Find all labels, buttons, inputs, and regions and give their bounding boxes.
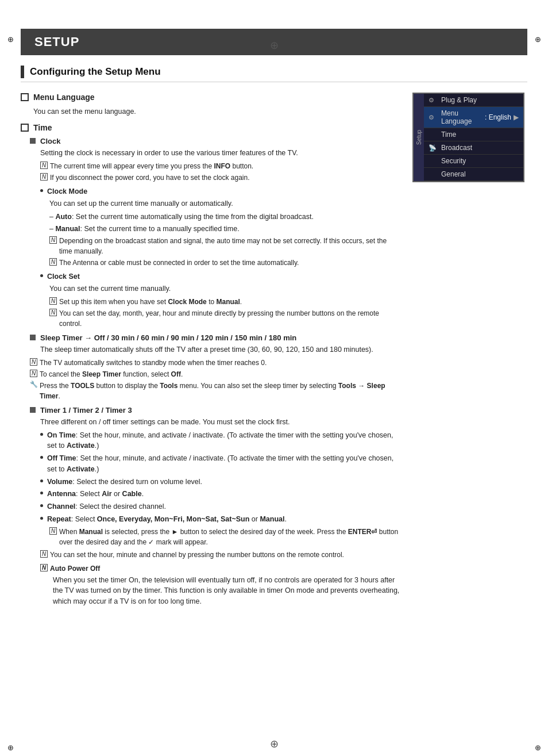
note-icon-7: N (30, 358, 37, 366)
clock-section: Clock (30, 137, 401, 145)
timer-heading: Timer 1 / Timer 2 / Timer 3 (40, 406, 132, 415)
clock-mode-note2-text: The Antenna or cable must be connected i… (59, 258, 299, 268)
auto-power-off-heading-row: N Auto Power Off (40, 563, 401, 574)
clock-set-heading: Clock Set (47, 271, 80, 282)
antenna-dot (40, 492, 43, 494)
clock-auto: Auto: Set the current time automatically… (49, 212, 401, 222)
bottom-crosshair: ⊕ (270, 738, 279, 750)
clock-set-dot (40, 274, 43, 277)
corner-mark-tl: ⊕ (5, 33, 16, 45)
menu-language-label: Menu Language (441, 109, 485, 125)
menu-main: ⚙ Plug & Play ⚙ Menu Language : English … (424, 94, 523, 181)
note-icon-5: N (49, 297, 57, 305)
clock-desc: Setting the clock is necessary in order … (40, 148, 401, 159)
corner-mark-bl: ⊕ (5, 742, 16, 753)
note-icon-6: N (49, 309, 57, 316)
on-time-text: On Time: Set the hour, minute, and activ… (47, 430, 401, 452)
plug-icon: ⚙ (429, 97, 438, 104)
menu-display: Setup ⚙ Plug & Play ⚙ Menu Language : En… (412, 93, 527, 607)
sleep-note3-text: Press the TOOLS button to display the To… (40, 381, 401, 401)
menu-time-label: Time (441, 131, 519, 139)
section-title: Configuring the Setup Menu (30, 66, 161, 78)
clock-note2-text: If you disconnect the power cord, you ha… (50, 172, 250, 183)
volume-text: Volume: Select the desired turn on volum… (47, 477, 202, 488)
clock-note1: N The current time will appear every tim… (40, 161, 401, 171)
clock-note2: N If you disconnect the power cord, you … (40, 172, 401, 183)
repeat-bullet: Repeat: Select Once, Everyday, Mon~Fri, … (40, 514, 401, 525)
sleep-note3: 🔧 Press the TOOLS button to display the … (30, 381, 401, 401)
off-time-dot (40, 456, 43, 459)
page-wrapper: ⊕ ⊕ ⊕ ⊕ ⊕ SETUP Configuring the Setup Me… (0, 29, 548, 756)
sleep-note2-text: To cancel the Sleep Timer function, sele… (40, 369, 183, 379)
menu-language-heading: Menu Language (33, 93, 95, 102)
repeat-text: Repeat: Select Once, Everyday, Mon~Fri, … (47, 514, 287, 525)
clock-mode-dot (40, 189, 43, 192)
sleep-timer-desc: The sleep timer automatically shuts off … (40, 344, 401, 355)
menu-item-language: ⚙ Menu Language : English ▶ (424, 107, 523, 128)
timer-general-note-text: You can set the hour, minute and channel… (50, 550, 344, 560)
note-icon-4: N (49, 258, 57, 266)
clock-set-note1: N Set up this item when you have set Clo… (49, 297, 401, 307)
menu-box: Setup ⚙ Plug & Play ⚙ Menu Language : En… (412, 93, 524, 182)
content-area: Menu Language You can set the menu langu… (21, 93, 527, 607)
menu-language-section: Menu Language (21, 93, 401, 102)
time-section: Time (21, 123, 401, 132)
channel-dot (40, 504, 43, 507)
clock-set-note2: N You can set the day, month, year, hour… (49, 308, 401, 329)
menu-general-label: General (441, 170, 519, 178)
menu-broadcast-label: Broadcast (441, 144, 519, 152)
menu-item-time: Time (424, 128, 523, 141)
antenna-text: Antenna: Select Air or Cable. (47, 489, 144, 500)
time-checkbox (21, 124, 29, 132)
sidebar-label: Setup (416, 130, 422, 145)
menu-item-broadcast: 📡 Broadcast (424, 141, 523, 155)
top-crosshair: ⊕ (268, 39, 280, 52)
note-icon-11: N (40, 564, 48, 571)
sleep-note1-text: The TV automatically switches to standby… (40, 358, 267, 368)
clock-note1-text: The current time will appear every time … (50, 161, 253, 171)
on-time-dot (40, 433, 43, 436)
auto-power-off-text: When you set the timer On, the televisio… (53, 575, 401, 607)
volume-bullet: Volume: Select the desired turn on volum… (40, 477, 401, 488)
menu-plug-label: Plug & Play (441, 96, 519, 104)
menu-item-general: General (424, 168, 523, 181)
language-icon: ⚙ (429, 114, 438, 121)
clock-mode-desc: You can set up the current time manually… (49, 198, 401, 209)
timer-desc: Three different on / off timer settings … (40, 417, 401, 428)
auto-power-off-heading: Auto Power Off (50, 563, 100, 574)
clock-manual: Manual: Set the current time to a manual… (49, 224, 401, 235)
menu-language-checkbox (21, 93, 29, 101)
sleep-timer-section: Sleep Timer → Off / 30 min / 60 min / 90… (30, 333, 401, 342)
channel-bullet: Channel: Select the desired channel. (40, 501, 401, 512)
clock-set-note1-text: Set up this item when you have set Clock… (59, 297, 242, 307)
tools-icon: 🔧 (30, 381, 37, 388)
menu-language-value: : English (485, 113, 511, 121)
sleep-note1: N The TV automatically switches to stand… (30, 358, 401, 368)
channel-text: Channel: Select the desired channel. (47, 501, 166, 512)
antenna-bullet: Antenna: Select Air or Cable. (40, 489, 401, 500)
clock-mode-note2: N The Antenna or cable must be connected… (49, 258, 401, 268)
note-icon-9: N (49, 527, 57, 535)
section-bar (21, 66, 24, 78)
menu-security-label: Security (441, 157, 519, 165)
clock-heading: Clock (40, 137, 60, 145)
menu-language-arrow: ▶ (514, 113, 519, 121)
repeat-note: N When Manual is selected, press the ► b… (49, 527, 401, 547)
repeat-note-text: When Manual is selected, press the ► but… (59, 527, 401, 547)
timer-bullet (30, 407, 36, 413)
note-icon-3: N (49, 236, 57, 244)
broadcast-icon: 📡 (429, 144, 438, 152)
page-title: SETUP (34, 34, 79, 49)
text-content: Menu Language You can set the menu langu… (21, 93, 401, 607)
clock-mode-note1: N Depending on the broadcast station and… (49, 236, 401, 256)
clock-mode-note1-text: Depending on the broadcast station and s… (59, 236, 401, 256)
off-time-text: Off Time: Set the hour, minute, and acti… (47, 453, 401, 475)
timer-section: Timer 1 / Timer 2 / Timer 3 (30, 406, 401, 415)
clock-mode-bullet: Clock Mode (40, 186, 401, 197)
note-icon-8: N (30, 370, 37, 377)
sleep-timer-bullet (30, 335, 36, 340)
corner-mark-tr: ⊕ (532, 33, 543, 45)
corner-mark-br: ⊕ (532, 742, 543, 753)
time-heading: Time (33, 123, 52, 132)
note-icon-10: N (40, 550, 48, 558)
